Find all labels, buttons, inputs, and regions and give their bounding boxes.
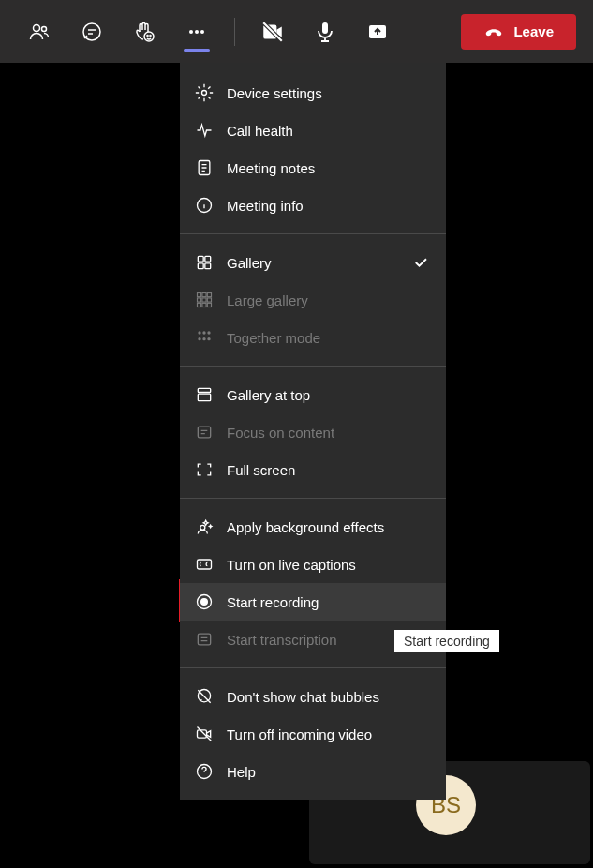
svg-rect-35 bbox=[198, 388, 210, 392]
svg-point-33 bbox=[202, 337, 205, 340]
svg-rect-18 bbox=[198, 263, 203, 269]
more-options-button[interactable] bbox=[174, 9, 219, 54]
svg-rect-11 bbox=[322, 22, 328, 34]
chat-button[interactable] bbox=[69, 9, 114, 54]
svg-point-1 bbox=[42, 26, 47, 31]
chat-bubbles-off-icon bbox=[195, 687, 214, 706]
toolbar-divider bbox=[234, 18, 235, 46]
video-off-icon bbox=[195, 725, 214, 743]
share-button[interactable] bbox=[355, 9, 400, 54]
svg-point-34 bbox=[207, 337, 210, 340]
gallery-icon bbox=[195, 253, 214, 272]
tooltip: Start recording bbox=[394, 630, 499, 652]
menu-background-effects[interactable]: Apply background effects bbox=[180, 508, 446, 546]
fullscreen-icon bbox=[195, 460, 214, 479]
svg-rect-26 bbox=[198, 303, 201, 307]
menu-meeting-info[interactable]: Meeting info bbox=[180, 187, 446, 224]
leave-button[interactable]: Leave bbox=[461, 14, 576, 50]
menu-divider bbox=[180, 498, 446, 499]
svg-point-32 bbox=[198, 337, 200, 340]
people-icon bbox=[28, 21, 51, 43]
svg-point-29 bbox=[198, 331, 200, 334]
svg-rect-28 bbox=[207, 303, 211, 307]
more-icon bbox=[185, 21, 208, 43]
svg-rect-21 bbox=[202, 293, 206, 297]
svg-rect-19 bbox=[205, 263, 211, 269]
menu-incoming-video[interactable]: Turn off incoming video bbox=[180, 715, 446, 753]
more-options-menu: Device settings Call health Meeting note… bbox=[180, 63, 446, 800]
check-icon bbox=[412, 254, 429, 271]
focus-content-icon bbox=[195, 423, 214, 441]
notes-icon bbox=[195, 158, 214, 177]
record-icon bbox=[195, 592, 214, 611]
svg-rect-37 bbox=[198, 427, 210, 438]
svg-point-8 bbox=[200, 30, 204, 34]
meeting-content: Device settings Call health Meeting note… bbox=[0, 63, 593, 868]
menu-large-gallery: Large gallery bbox=[180, 281, 446, 319]
menu-live-captions[interactable]: Turn on live captions bbox=[180, 546, 446, 583]
menu-gallery[interactable]: Gallery bbox=[180, 244, 446, 281]
active-indicator bbox=[184, 49, 210, 52]
menu-start-recording[interactable]: Start recording bbox=[180, 583, 446, 621]
menu-device-settings[interactable]: Device settings bbox=[180, 74, 446, 112]
gear-icon bbox=[195, 83, 214, 102]
svg-point-5 bbox=[150, 35, 151, 36]
svg-point-7 bbox=[195, 30, 199, 34]
leave-label: Leave bbox=[513, 23, 554, 39]
health-icon bbox=[195, 121, 214, 140]
svg-rect-25 bbox=[207, 298, 211, 302]
svg-rect-27 bbox=[202, 303, 206, 307]
svg-rect-20 bbox=[198, 293, 201, 297]
svg-point-13 bbox=[202, 91, 207, 96]
menu-chat-bubbles[interactable]: Don't show chat bubbles bbox=[180, 678, 446, 715]
gallery-top-icon bbox=[195, 385, 214, 404]
bg-effects-icon bbox=[195, 517, 214, 536]
svg-point-41 bbox=[201, 599, 208, 606]
svg-rect-17 bbox=[205, 256, 211, 262]
large-gallery-icon bbox=[195, 291, 214, 309]
share-screen-icon bbox=[366, 21, 389, 43]
mic-icon bbox=[314, 21, 336, 43]
transcription-icon bbox=[195, 630, 214, 649]
menu-full-screen[interactable]: Full screen bbox=[180, 451, 446, 488]
svg-point-4 bbox=[147, 35, 148, 36]
svg-rect-23 bbox=[198, 298, 201, 302]
hangup-icon bbox=[483, 22, 504, 42]
menu-divider bbox=[180, 233, 446, 234]
menu-focus-on-content: Focus on content bbox=[180, 413, 446, 451]
camera-button[interactable] bbox=[250, 9, 295, 54]
svg-point-6 bbox=[189, 30, 193, 34]
hand-smiley-icon bbox=[133, 21, 156, 43]
reactions-button[interactable] bbox=[122, 9, 167, 54]
svg-rect-42 bbox=[198, 634, 210, 645]
svg-point-38 bbox=[200, 525, 205, 530]
svg-point-31 bbox=[207, 331, 210, 334]
camera-off-icon bbox=[260, 20, 285, 44]
svg-rect-36 bbox=[198, 394, 210, 401]
meeting-toolbar: Leave bbox=[0, 0, 593, 63]
svg-point-30 bbox=[202, 331, 205, 334]
menu-divider bbox=[180, 667, 446, 668]
menu-meeting-notes[interactable]: Meeting notes bbox=[180, 149, 446, 187]
chat-icon bbox=[81, 21, 103, 43]
menu-divider bbox=[180, 366, 446, 367]
mic-button[interactable] bbox=[303, 9, 348, 54]
svg-rect-16 bbox=[198, 256, 203, 262]
captions-icon bbox=[195, 555, 214, 574]
menu-call-health[interactable]: Call health bbox=[180, 112, 446, 149]
people-button[interactable] bbox=[17, 9, 62, 54]
info-icon bbox=[195, 196, 214, 215]
menu-gallery-at-top[interactable]: Gallery at top bbox=[180, 376, 446, 413]
svg-rect-24 bbox=[202, 298, 206, 302]
menu-help[interactable]: Help bbox=[180, 753, 446, 790]
svg-rect-22 bbox=[207, 293, 211, 297]
svg-point-0 bbox=[34, 24, 40, 31]
menu-together-mode: Together mode bbox=[180, 319, 446, 356]
help-icon bbox=[195, 762, 214, 781]
together-mode-icon bbox=[195, 328, 214, 347]
